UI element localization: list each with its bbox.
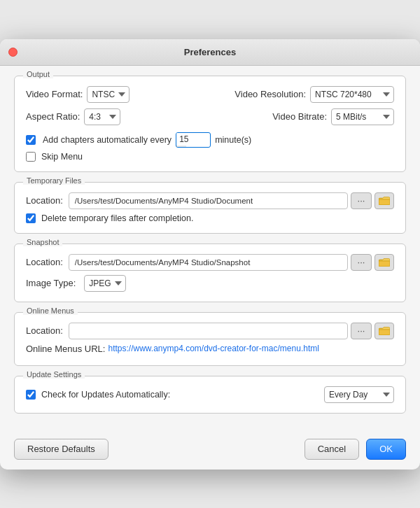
video-bitrate-label: Video Bitrate:: [272, 111, 327, 122]
online-url-row: Online Menus URL: https://www.anymp4.com…: [26, 344, 394, 354]
image-type-row: Image Type: JPEG PNG BMP: [26, 275, 394, 292]
output-section-body: Video Format: NTSC PAL Video Resolution:…: [15, 76, 405, 164]
folder-icon: [379, 326, 390, 335]
temp-location-row: Location: ···: [26, 192, 394, 209]
folder-icon: [379, 196, 390, 205]
update-frequency-select[interactable]: Every Day Every Week Every Month Never: [324, 386, 394, 403]
snapshot-location-input[interactable]: [69, 254, 348, 271]
chapters-row: Add chapters automatically every ▲ ▼ min…: [26, 131, 394, 148]
snapshot-dots-button[interactable]: ···: [351, 254, 372, 271]
output-section: Output Video Format: NTSC PAL Video Reso…: [14, 76, 406, 172]
temp-folder-button[interactable]: [374, 192, 394, 209]
delete-temp-checkbox[interactable]: [26, 213, 36, 223]
folder-icon: [379, 257, 390, 267]
update-frequency-group: Every Day Every Week Every Month Never: [324, 386, 394, 403]
skip-menu-label: Skip Menu: [41, 152, 83, 162]
online-url-link[interactable]: https://www.anymp4.com/dvd-creator-for-m…: [108, 344, 318, 353]
update-row: Check for Updates Automatically: Every D…: [26, 386, 394, 403]
online-location-row: Location: ···: [26, 323, 394, 339]
footer-right-buttons: Cancel OK: [304, 439, 406, 460]
aspect-ratio-group: Aspect Ratio: 4:3 16:9: [26, 108, 120, 125]
restore-defaults-button[interactable]: Restore Defaults: [14, 439, 108, 460]
output-section-label: Output: [23, 70, 53, 78]
output-row-2: Aspect Ratio: 4:3 16:9 Video Bitrate: 5 …: [26, 108, 394, 125]
snapshot-label: Snapshot: [23, 238, 62, 246]
online-location-label: Location:: [26, 325, 63, 336]
chapters-label: Add chapters automatically every: [43, 135, 172, 145]
chapters-input-wrap: ▲ ▼: [176, 132, 211, 148]
cancel-button[interactable]: Cancel: [304, 439, 359, 460]
update-settings-section: Update Settings Check for Updates Automa…: [14, 376, 406, 414]
temp-files-section: Temporary Files Location: ··· Delete: [14, 182, 406, 234]
chapters-unit: minute(s): [215, 135, 251, 145]
close-button[interactable]: [8, 48, 18, 57]
video-format-group: Video Format: NTSC PAL: [26, 86, 130, 103]
ok-button[interactable]: OK: [366, 439, 406, 460]
update-settings-body: Check for Updates Automatically: Every D…: [15, 376, 405, 406]
video-bitrate-select[interactable]: 5 MBit/s 6 MBit/s 8 MBit/s: [331, 108, 394, 125]
snapshot-location-row: Location: ···: [26, 254, 394, 271]
chapters-input[interactable]: [176, 133, 202, 146]
chapters-checkbox[interactable]: [26, 135, 36, 145]
image-type-label: Image Type:: [26, 278, 76, 288]
image-type-select[interactable]: JPEG PNG BMP: [84, 275, 126, 292]
aspect-ratio-select[interactable]: 4:3 16:9: [84, 108, 120, 125]
online-menus-section: Online Menus Location: ··· Online Menus …: [14, 312, 406, 366]
temp-location-input[interactable]: [69, 192, 348, 209]
online-menus-body: Location: ··· Online Menus URL: https://…: [15, 313, 405, 358]
chapters-spinner: ▲ ▼: [176, 146, 186, 148]
auto-update-label: Check for Updates Automatically:: [41, 390, 170, 400]
update-settings-label: Update Settings: [23, 370, 85, 379]
snapshot-folder-button[interactable]: [374, 254, 394, 271]
skip-menu-row: Skip Menu: [26, 152, 394, 162]
online-folder-button[interactable]: [374, 323, 394, 339]
skip-menu-checkbox[interactable]: [26, 152, 36, 162]
online-url-label: Online Menus URL:: [26, 344, 105, 354]
online-dots-button[interactable]: ···: [351, 323, 372, 339]
aspect-ratio-label: Aspect Ratio:: [26, 111, 80, 122]
temp-dots-button[interactable]: ···: [351, 192, 372, 209]
titlebar: Preferences: [0, 39, 420, 66]
auto-update-checkbox[interactable]: [26, 390, 36, 400]
update-left: Check for Updates Automatically:: [26, 390, 170, 400]
delete-temp-label: Delete temporary files after completion.: [41, 213, 193, 223]
online-menus-label: Online Menus: [23, 306, 78, 315]
temp-location-label: Location:: [26, 195, 63, 206]
output-row-1: Video Format: NTSC PAL Video Resolution:…: [26, 86, 394, 103]
video-format-select[interactable]: NTSC PAL: [87, 86, 130, 103]
snapshot-location-label: Location:: [26, 257, 63, 267]
video-resolution-group: Video Resolution: NTSC 720*480 PAL 720*5…: [234, 86, 394, 103]
chapters-up-btn[interactable]: ▲: [177, 146, 186, 148]
content-area: Output Video Format: NTSC PAL Video Reso…: [0, 66, 420, 433]
delete-temp-row: Delete temporary files after completion.: [26, 213, 394, 223]
snapshot-section: Snapshot Location: ··· Image Type:: [14, 244, 406, 302]
preferences-window: Preferences Output Video Format: NTSC PA…: [0, 39, 420, 470]
snapshot-body: Location: ··· Image Type: JPEG PNG: [15, 244, 405, 295]
online-location-input[interactable]: [69, 323, 348, 339]
temp-files-label: Temporary Files: [23, 176, 85, 185]
footer: Restore Defaults Cancel OK: [0, 433, 420, 470]
video-resolution-label: Video Resolution:: [234, 89, 306, 99]
temp-files-body: Location: ··· Delete temporary files aft…: [15, 183, 405, 226]
window-title: Preferences: [184, 47, 236, 57]
video-bitrate-group: Video Bitrate: 5 MBit/s 6 MBit/s 8 MBit/…: [272, 108, 394, 125]
video-format-label: Video Format:: [26, 89, 83, 99]
video-resolution-select[interactable]: NTSC 720*480 PAL 720*576: [310, 86, 394, 103]
